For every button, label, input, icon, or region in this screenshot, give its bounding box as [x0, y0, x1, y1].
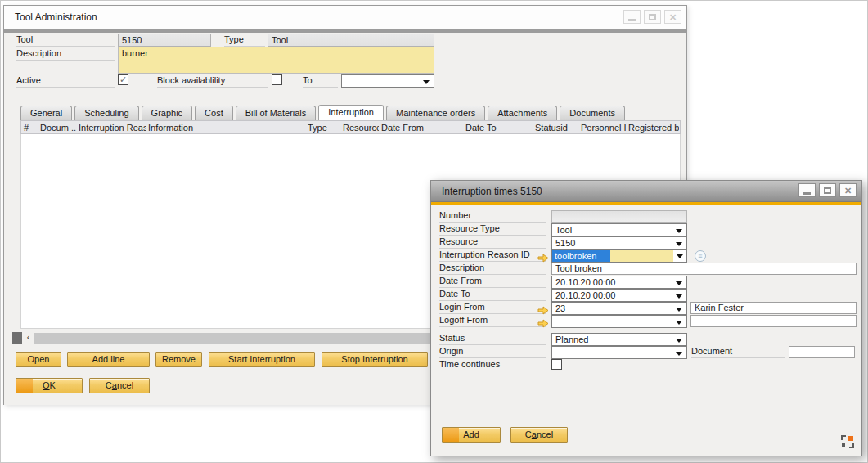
status-row: Status Planned: [431, 333, 863, 346]
maximize-button[interactable]: [819, 183, 836, 197]
to-label: To: [303, 75, 338, 88]
dialog-titlebar[interactable]: Interruption times 5150 ✕: [431, 181, 861, 202]
stop-interruption-button[interactable]: Stop Interruption: [322, 352, 428, 367]
time-continues-label: Time continues: [439, 359, 546, 371]
tab-attachments[interactable]: Attachments: [488, 106, 557, 120]
col-interruption-reason[interactable]: Interruption Reaso: [76, 123, 146, 133]
col-date-from[interactable]: Date From: [379, 123, 463, 133]
selected-text: toolbroken: [552, 250, 610, 262]
tab-graphic[interactable]: Graphic: [142, 106, 193, 120]
login-from-dropdown[interactable]: 23: [551, 302, 687, 315]
minimize-button[interactable]: [798, 183, 816, 197]
dialog-cancel-button[interactable]: Cancel: [510, 427, 568, 443]
interruption-reason-combobox[interactable]: toolbroken: [551, 249, 687, 263]
splitter-handle[interactable]: [12, 332, 22, 344]
dialog-window-controls: ✕: [798, 183, 857, 197]
resource-type-dropdown[interactable]: Tool: [551, 223, 687, 236]
date-to-row: Date To 20.10.20 00:00: [431, 289, 863, 302]
tab-general[interactable]: General: [20, 106, 72, 120]
date-to-label: Date To: [439, 289, 546, 301]
close-icon: ✕: [669, 13, 677, 21]
start-interruption-button[interactable]: Start Interruption: [209, 352, 315, 367]
col-statusid[interactable]: Statusid: [533, 123, 578, 133]
document-field[interactable]: [789, 346, 855, 358]
tab-scheduling[interactable]: Scheduling: [74, 106, 138, 120]
tab-documents[interactable]: Documents: [560, 106, 625, 120]
col-information[interactable]: Information: [146, 123, 305, 133]
chevron-down-icon: [676, 229, 682, 233]
maximize-icon: [824, 187, 831, 194]
chevron-down-icon: [676, 339, 682, 343]
scroll-left-button[interactable]: ‹: [22, 332, 34, 344]
list-icon[interactable]: [695, 250, 706, 262]
logoff-from-name-field[interactable]: [690, 315, 857, 327]
origin-row: Origin Document: [431, 346, 863, 359]
cancel-button[interactable]: Cancel: [89, 378, 150, 393]
close-button[interactable]: ✕: [664, 10, 681, 24]
login-from-name-field[interactable]: Karin Fester: [690, 302, 857, 314]
tab-bill-of-materials[interactable]: Bill of Materials: [236, 106, 317, 120]
link-arrow-icon[interactable]: [537, 251, 549, 260]
active-checkbox[interactable]: ✓: [118, 74, 128, 85]
chevron-down-icon: [676, 352, 682, 356]
origin-label: Origin: [439, 346, 546, 358]
chevron-down-icon[interactable]: [673, 250, 686, 262]
screen: Tool Administration ✕ Tool 5150 Type Too…: [0, 0, 868, 463]
block-availability-checkbox[interactable]: [272, 74, 282, 85]
col-type[interactable]: Type: [305, 123, 340, 133]
type-field[interactable]: Tool: [268, 34, 434, 47]
interruption-table-header: # Docum ... Interruption Reaso Informati…: [20, 120, 681, 134]
status-dropdown[interactable]: Planned: [551, 333, 687, 346]
date-from-dropdown[interactable]: 20.10.20 00:00: [551, 276, 687, 289]
tab-maintenance-orders[interactable]: Maintenance orders: [386, 106, 485, 120]
link-arrow-icon[interactable]: [537, 317, 549, 326]
tab-interruption[interactable]: Interruption: [318, 105, 384, 120]
resource-type-row: Resource Type Tool: [431, 223, 863, 236]
maximize-button[interactable]: [644, 10, 661, 24]
close-button[interactable]: ✕: [839, 183, 857, 197]
number-row: Number: [431, 210, 863, 223]
tab-cost[interactable]: Cost: [195, 106, 233, 120]
open-button[interactable]: Open: [16, 352, 61, 367]
to-dropdown[interactable]: [341, 74, 434, 88]
date-from-row: Date From 20.10.20 00:00: [431, 276, 863, 289]
date-to-dropdown[interactable]: 20.10.20 00:00: [551, 289, 687, 302]
col-number[interactable]: #: [21, 123, 38, 133]
date-from-label: Date From: [439, 276, 546, 288]
col-date-to[interactable]: Date To: [463, 123, 533, 133]
description-label: Description: [16, 48, 115, 61]
dialog-title: Interruption times 5150: [442, 186, 542, 197]
description-row: Description Tool broken: [431, 263, 863, 276]
description-field[interactable]: Tool broken: [551, 263, 857, 275]
chevron-down-icon: [676, 294, 682, 299]
close-icon: ✕: [844, 187, 852, 195]
col-personnel-id[interactable]: Personnel II: [578, 123, 626, 133]
origin-dropdown[interactable]: [551, 346, 687, 359]
col-resource[interactable]: Resource: [340, 123, 379, 133]
number-field: [551, 210, 687, 223]
chevron-down-icon: [676, 321, 682, 325]
interruption-times-dialog: Interruption times 5150 ✕ Number Resourc…: [430, 180, 862, 456]
window-controls: ✕: [623, 10, 681, 24]
time-continues-checkbox[interactable]: [551, 359, 562, 370]
ok-button[interactable]: OK: [16, 378, 83, 393]
remove-button[interactable]: Remove: [155, 352, 202, 367]
combo-fill: [610, 250, 673, 262]
chevron-down-icon: [676, 281, 682, 285]
col-registered-by[interactable]: Registered by: [626, 123, 679, 133]
titlebar[interactable]: Tool Administration ✕: [4, 6, 686, 29]
tab-bar: General Scheduling Graphic Cost Bill of …: [20, 105, 625, 120]
minimize-icon: [628, 19, 636, 21]
logoff-from-dropdown[interactable]: [551, 315, 687, 328]
resource-dropdown[interactable]: 5150: [551, 236, 687, 249]
link-arrow-icon[interactable]: [537, 303, 549, 312]
minimize-button[interactable]: [623, 10, 641, 24]
description-field[interactable]: burner: [118, 47, 434, 74]
col-document[interactable]: Docum ...: [38, 123, 76, 133]
add-button[interactable]: Add: [442, 427, 501, 443]
add-line-button[interactable]: Add line: [67, 352, 150, 367]
logoff-from-label: Logoff From: [439, 315, 546, 327]
resize-corners-icon[interactable]: [841, 435, 854, 448]
interruption-reason-row: Interruption Reason ID toolbroken: [431, 249, 863, 263]
tool-field[interactable]: 5150: [118, 34, 211, 47]
